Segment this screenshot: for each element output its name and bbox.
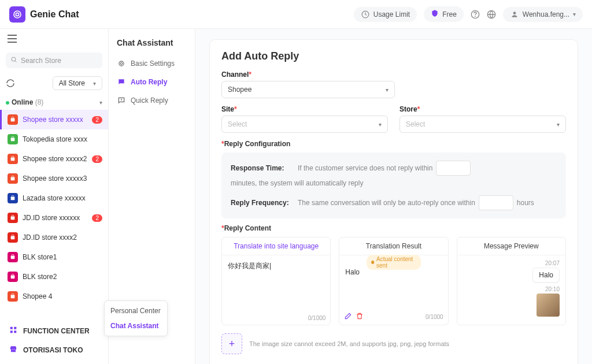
store-item[interactable]: Shopee store xxxxx2 [0,110,108,129]
nav-item[interactable]: Auto Reply [109,73,195,91]
online-dot-icon [6,101,9,105]
store-item[interactable]: Shopee store xxxxx22 [0,149,108,169]
reply-freq-input[interactable] [479,195,513,210]
svg-rect-17 [10,327,13,329]
response-time-input[interactable] [436,161,471,176]
platform-icon [8,291,18,302]
nav-title: Chat Assistant [109,36,195,54]
reply-config-box: Response Time: If the customer service d… [221,153,566,218]
chevron-down-icon: ▾ [557,121,560,128]
brand-logo-icon [9,6,25,23]
svg-rect-13 [11,236,15,240]
store-item[interactable]: Lazada store xxxxxx [0,188,108,208]
refresh-icon[interactable] [6,79,15,88]
auto-reply-form: Add Auto Reply Channel* Shopee ▾ Site* S… [209,39,578,364]
upload-button[interactable]: + [221,333,242,354]
msg-time-1: 20:07 [545,260,560,266]
store-label: JD.ID store xxxxxx [23,214,87,222]
chevron-down-icon: ▾ [99,99,102,106]
popover-chat-assistant[interactable]: Chat Assistant [105,318,167,333]
user-name: Wenhua.feng... [523,10,569,18]
source-box: Translate into site language 你好我是商家| 0/1… [221,237,331,325]
store-item[interactable]: JD.ID store xxxx2 [0,228,108,247]
page-title: Add Auto Reply [221,50,566,62]
nav-icon [117,77,126,87]
user-menu[interactable]: Wenhua.feng... ▾ [503,7,583,22]
site-select[interactable]: Select ▾ [221,116,388,133]
chevron-down-icon: ▾ [386,87,388,93]
apps-icon [9,326,18,336]
reply-freq-text-a: The same conversation will only be auto-… [298,199,475,207]
otorisasi-toko-button[interactable]: OTORISASI TOKO [6,340,102,359]
reply-config-label: Reply Configuration [224,140,291,148]
svg-rect-15 [11,276,15,279]
nav-label: Basic Settings [131,60,175,68]
store-label: Shopee store xxxxx2 [23,155,87,163]
response-time-label: Response Time: [231,164,294,172]
channel-select[interactable]: Shopee ▾ [221,81,395,98]
store-label: BLK store2 [23,273,102,281]
platform-icon [8,114,18,125]
platform-icon [8,134,18,144]
brand: Genie Chat [9,6,79,23]
translate-link[interactable]: Translate into site language [222,237,330,255]
store-item[interactable]: JD.ID store xxxxxx2 [0,208,108,228]
menu-toggle[interactable] [0,29,108,50]
nav-item[interactable]: Basic Settings [109,54,195,73]
store-label: BLK store1 [23,253,102,261]
online-section-toggle[interactable]: Online (8) ▾ [0,95,108,110]
nav-label: Auto Reply [131,78,167,86]
svg-point-21 [120,62,123,65]
usage-limit-button[interactable]: Usage Limit [354,7,417,22]
store-item[interactable]: Tokopedia store xxxx [0,129,108,149]
msg-time-2: 20:10 [545,286,560,292]
source-textarea[interactable]: 你好我是商家| [222,255,330,313]
chevron-down-icon: ▾ [573,11,576,17]
store-label: Shopee store xxxxx [23,116,87,124]
plan-label: Free [442,10,457,18]
topbar: Genie Chat Usage Limit Free Wenhua.feng.… [0,0,592,29]
svg-rect-8 [11,138,15,142]
otorisasi-label: OTORISASI TOKO [23,346,83,354]
usage-limit-label: Usage Limit [373,10,410,18]
online-count: (8) [35,98,44,106]
reply-content-label: Reply Content [224,224,271,232]
svg-rect-20 [14,330,16,333]
svg-point-3 [475,16,475,17]
platform-icon [8,272,18,282]
plan-button[interactable]: Free [424,6,464,22]
platform-icon [8,154,18,164]
badge: 2 [92,155,102,163]
search-store-input[interactable]: Search Store [6,53,102,68]
store-item[interactable]: BLK store2 [0,267,108,287]
stores-panel: Search Store All Store ▾ Online (8) ▾ Sh… [0,29,109,364]
store-list: Shopee store xxxxx2Tokopedia store xxxxS… [0,110,108,306]
store-label: Tokopedia store xxxx [23,135,102,143]
store-item[interactable]: Shopee store xxxxx3 [0,169,108,188]
all-store-select[interactable]: All Store ▾ [53,76,102,90]
store-item[interactable]: BLK store1 [0,247,108,267]
popover-personal-center[interactable]: Personal Center [105,303,167,318]
channel-value: Shopee [228,86,251,94]
store-select[interactable]: Select ▾ [399,116,566,133]
store-placeholder: Select [406,120,425,128]
svg-point-5 [513,12,516,14]
svg-rect-16 [11,295,15,299]
nav-item[interactable]: Quick Reply [109,91,195,110]
site-placeholder: Select [228,120,247,128]
svg-point-1 [16,13,18,16]
all-store-label: All Store [59,79,85,87]
svg-point-6 [12,57,16,61]
badge: 2 [92,214,102,222]
help-icon[interactable] [471,10,480,19]
store-item[interactable]: Shopee 4 [0,287,108,306]
edit-icon[interactable] [344,312,352,321]
msg-image [536,294,560,317]
globe-icon[interactable] [487,10,496,19]
source-counter: 0/1000 [308,315,326,321]
badge: 2 [92,116,102,124]
nav-icon [117,59,126,68]
reply-content-grid: Translate into site language 你好我是商家| 0/1… [221,237,566,325]
trash-icon[interactable] [356,312,364,321]
function-center-button[interactable]: FUNCTION CENTER [6,321,102,340]
